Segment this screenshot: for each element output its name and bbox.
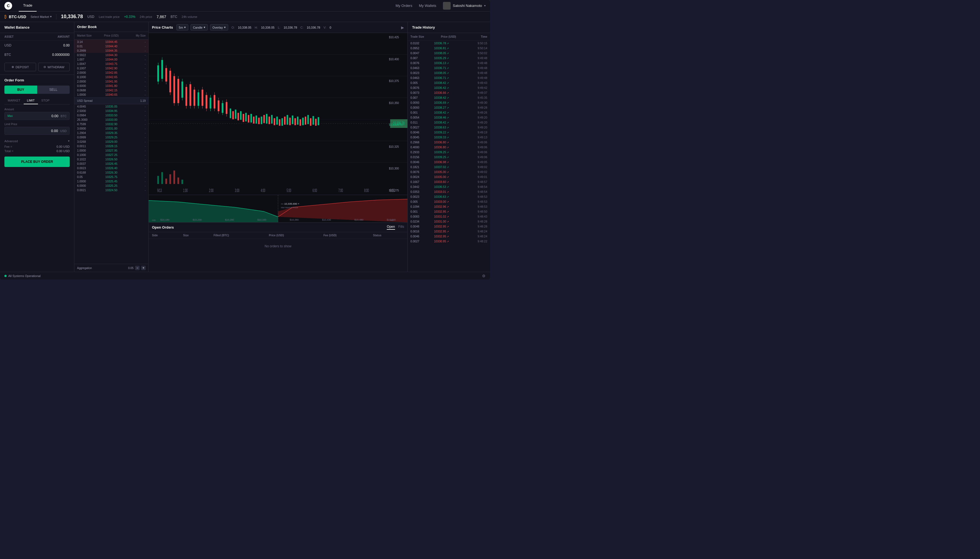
- settings-icon[interactable]: ⚙: [482, 274, 486, 278]
- trade-row: 0.0076 10335.00 ↗ 9:49:02: [408, 169, 490, 174]
- ask-my-size: -: [123, 84, 146, 88]
- trade-time: 9:49:20: [465, 120, 490, 125]
- trade-time: 9:49:20: [465, 115, 490, 120]
- up-icon: ↗: [447, 166, 449, 169]
- app-logo[interactable]: C: [4, 2, 12, 10]
- tab-limit[interactable]: LIMIT: [24, 97, 38, 104]
- ask-row[interactable]: 1.00710344.00-: [74, 57, 148, 62]
- bid-row[interactable]: 3.000010331.00-: [74, 126, 148, 131]
- svg-rect-64: [276, 117, 278, 125]
- ask-price: 10342.15: [100, 89, 123, 92]
- advanced-toggle[interactable]: Advanced ▾: [4, 137, 70, 144]
- nav-tab-trade[interactable]: Trade: [19, 0, 36, 12]
- open-orders-panel: Open Orders Open Fills SideSizeFilled (B…: [149, 222, 408, 272]
- decrease-aggregation-button[interactable]: −: [135, 266, 139, 270]
- ask-row[interactable]: 3.1410344.45-: [74, 40, 148, 44]
- minus-icon: ⊖: [43, 65, 46, 69]
- svg-text:9/13: 9/13: [157, 188, 162, 193]
- trade-time: 9:49:48: [465, 56, 490, 61]
- bid-row[interactable]: 4.004510335.05-: [74, 104, 148, 109]
- up-icon: ↗: [447, 116, 449, 119]
- trade-price: 10336.53 ↗: [431, 184, 465, 189]
- withdraw-button[interactable]: ⊖ WITHDRAW: [38, 63, 70, 71]
- amount-input[interactable]: [15, 114, 58, 118]
- bid-row[interactable]: 0.001110328.15-: [74, 144, 148, 148]
- ask-row[interactable]: 2.000010341.95-: [74, 79, 148, 84]
- svg-text:8:00: 8:00: [364, 188, 368, 193]
- bid-row[interactable]: 1.000010325.45-: [74, 179, 148, 184]
- svg-rect-51: [243, 114, 244, 122]
- bid-row[interactable]: 3.026810329.00-: [74, 139, 148, 144]
- overlay-dropdown[interactable]: Overlay ▾: [210, 24, 228, 31]
- svg-text:4:00: 4:00: [261, 188, 265, 193]
- bid-row[interactable]: 0.616810326.30-: [74, 170, 148, 175]
- my-orders-link[interactable]: My Orders: [396, 3, 412, 8]
- tab-stop[interactable]: STOP: [38, 97, 53, 104]
- buy-button[interactable]: BUY: [4, 86, 37, 94]
- bid-row[interactable]: 0.002310326.40-: [74, 166, 148, 170]
- ask-row[interactable]: 0.0110344.40-: [74, 44, 148, 48]
- trade-size: 0.0048: [408, 224, 431, 229]
- ask-row[interactable]: 0.759910340.35-: [74, 97, 148, 98]
- my-wallets-link[interactable]: My Wallets: [419, 3, 436, 8]
- chevron-down-icon: ▾: [204, 26, 206, 29]
- bid-price: 10326.50: [100, 158, 123, 161]
- ask-row[interactable]: 2.000010342.85-: [74, 70, 148, 75]
- bid-row[interactable]: 1.290410329.35-: [74, 131, 148, 135]
- chart-expand-icon[interactable]: ▶: [401, 25, 404, 30]
- bid-row[interactable]: 0.099910329.25-: [74, 135, 148, 139]
- ask-row[interactable]: 0.068810342.15-: [74, 88, 148, 93]
- tab-market[interactable]: MARKET: [4, 97, 24, 104]
- bid-row[interactable]: 0.098410333.50-: [74, 113, 148, 117]
- oo-col-header: Filled (BTC): [210, 232, 265, 239]
- bid-row[interactable]: 6.000010325.25-: [74, 184, 148, 188]
- bid-row[interactable]: 0.102210326.50-: [74, 157, 148, 162]
- trade-size: 0.0045: [408, 135, 431, 140]
- bid-size: 0.0984: [77, 114, 100, 117]
- up-icon: ↗: [447, 47, 449, 50]
- th-col-header: Trade Size: [408, 33, 438, 41]
- timeframe-dropdown[interactable]: 5m ▾: [176, 24, 188, 31]
- bid-price: 10326.30: [100, 171, 123, 174]
- tab-fills[interactable]: Fills: [398, 225, 404, 230]
- bid-my-size: -: [123, 153, 146, 157]
- increase-aggregation-button[interactable]: +: [141, 266, 146, 270]
- ask-row[interactable]: 0.100010342.65-: [74, 75, 148, 79]
- ask-row[interactable]: 0.600010341.80-: [74, 84, 148, 88]
- trade-price: 10338.27 ↗: [431, 105, 465, 110]
- max-link[interactable]: Max: [7, 114, 13, 117]
- trade-time: 9:49:48: [465, 66, 490, 70]
- trade-price: 10330.95 ↗: [431, 239, 465, 244]
- trade-row: 0.0023 10338.05 ↗ 9:49:48: [408, 70, 490, 75]
- user-section[interactable]: Satoshi Nakamoto ▾: [443, 2, 486, 10]
- limit-price-label: Limit Price: [4, 123, 70, 126]
- deposit-button[interactable]: ⊕ DEPOSIT: [4, 63, 36, 71]
- select-market-dropdown[interactable]: Select Market ▾: [31, 15, 52, 18]
- ask-row[interactable]: 0.299910344.35-: [74, 48, 148, 53]
- bid-my-size: -: [123, 131, 146, 134]
- trade-size: 0.1821: [408, 164, 431, 169]
- ask-row[interactable]: 1.004710343.75-: [74, 62, 148, 66]
- limit-price-input[interactable]: [7, 129, 58, 133]
- chart-area: 10,336.78: [149, 33, 408, 195]
- sell-button[interactable]: SELL: [37, 86, 70, 94]
- svg-rect-82: [161, 172, 163, 184]
- bid-row[interactable]: 0.0510325.75-: [74, 175, 148, 179]
- place-order-button[interactable]: PLACE BUY ORDER: [4, 157, 70, 167]
- bid-row[interactable]: 0.003710326.45-: [74, 162, 148, 166]
- chart-type-dropdown[interactable]: Candle ▾: [191, 24, 208, 31]
- bid-row[interactable]: 0.100010327.25-: [74, 153, 148, 157]
- trade-row: 0.001 10332.95 ↗ 9:48:50: [408, 209, 490, 214]
- ask-price: 10341.95: [100, 80, 123, 83]
- bid-row[interactable]: 0.002110324.50-: [74, 188, 148, 192]
- bid-row[interactable]: 0.759910332.90-: [74, 122, 148, 126]
- col-asset: Asset: [0, 33, 30, 41]
- tab-open[interactable]: Open: [387, 225, 395, 230]
- ask-row[interactable]: 0.100710342.90-: [74, 66, 148, 70]
- trade-time: 9:48:53: [465, 199, 490, 204]
- bid-row[interactable]: 25.300010333.00-: [74, 117, 148, 122]
- bid-row[interactable]: 1.000010327.95-: [74, 148, 148, 153]
- bid-row[interactable]: 2.500010334.95-: [74, 109, 148, 113]
- ask-row[interactable]: 1.000010340.65-: [74, 93, 148, 97]
- ask-row[interactable]: 0.592210344.30-: [74, 53, 148, 57]
